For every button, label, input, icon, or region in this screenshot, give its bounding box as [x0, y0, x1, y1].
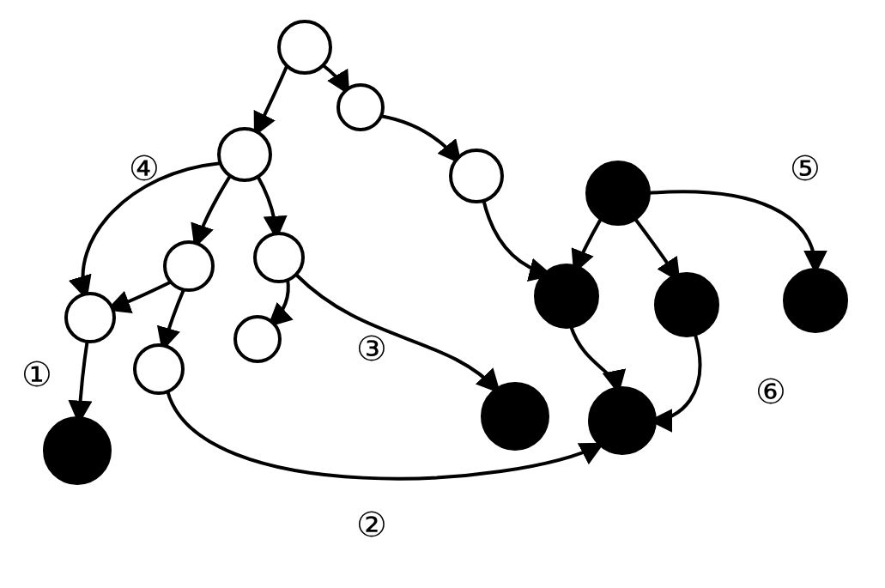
node-n7	[66, 294, 114, 342]
node-n8	[235, 317, 280, 361]
node-n12	[135, 345, 183, 393]
node-n10	[656, 274, 718, 336]
edge-label-l2: ②	[356, 506, 387, 544]
node-n6	[255, 233, 303, 282]
node-n13	[482, 384, 548, 449]
edge-n0-n1	[322, 64, 348, 92]
edge-n6-n13	[296, 275, 498, 391]
edge-n4-n11	[648, 191, 815, 270]
edge-n6-n8	[270, 279, 288, 324]
node-n3	[451, 150, 502, 202]
edge-n5-n12	[163, 288, 185, 348]
edge-label-l5: ⑤	[790, 149, 821, 188]
edge-n2-n6	[258, 176, 276, 236]
edge-n10-n14	[652, 335, 700, 421]
edge-n1-n3	[380, 116, 459, 161]
node-n1	[338, 85, 383, 130]
node-n0	[279, 21, 330, 73]
edge-n4-n9	[575, 219, 601, 270]
edge-n0-n2	[256, 64, 288, 133]
edge-n9-n14	[571, 326, 618, 391]
edge-label-l1: ①	[21, 355, 52, 394]
edge-label-l6: ⑥	[755, 373, 786, 411]
node-n11	[785, 270, 846, 331]
edge-label-l3: ③	[356, 330, 387, 368]
edge-n4-n10	[635, 219, 678, 279]
edge-label-l4: ④	[129, 149, 160, 188]
edge-n7-n15	[79, 339, 88, 421]
node-n2	[219, 129, 270, 180]
node-n4	[587, 162, 649, 224]
node-n5	[165, 242, 213, 290]
edge-n2-n5	[196, 176, 230, 245]
node-n15	[45, 418, 110, 483]
node-n9	[536, 265, 597, 327]
graph-diagram: ①②③④⑤⑥	[0, 0, 885, 588]
edge-n5-n7	[110, 282, 172, 309]
node-n14	[590, 388, 655, 453]
edge-n3-n9	[483, 199, 549, 275]
